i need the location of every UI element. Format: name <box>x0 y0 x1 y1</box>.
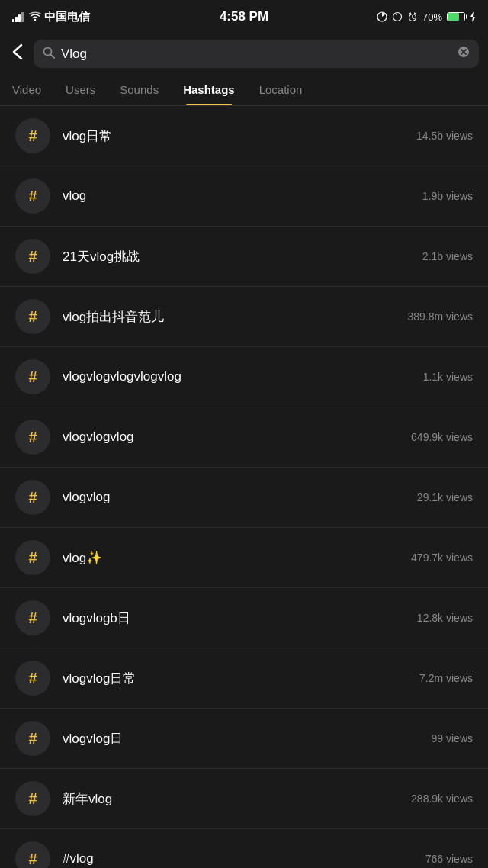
hashtag-info: #vlog <box>63 851 413 866</box>
hashtag-list: #vlog日常14.5b views#vlog1.9b views#21天vlo… <box>0 106 488 868</box>
hashtag-icon-circle: # <box>15 661 50 696</box>
rotate-icon <box>392 11 403 22</box>
hashtag-item[interactable]: #vlog拍出抖音范儿389.8m views <box>0 287 488 347</box>
hashtag-name: vlogvlog日 <box>63 731 123 746</box>
hashtag-symbol: # <box>28 549 37 567</box>
hashtag-info: vlogvlogvlogvlogvlog <box>63 369 411 384</box>
hashtag-symbol: # <box>28 308 37 326</box>
hashtag-icon-circle: # <box>15 540 50 575</box>
hashtag-item[interactable]: #21天vlog挑战2.1b views <box>0 227 488 287</box>
hashtag-info: vlog日常 <box>63 127 404 145</box>
hashtag-icon-circle: # <box>15 480 50 515</box>
hashtag-name: vlogvlogvlog <box>63 429 134 444</box>
hashtag-icon-circle: # <box>15 781 50 816</box>
hashtag-views: 389.8m views <box>407 310 473 323</box>
hashtag-views: 766 views <box>425 853 473 865</box>
search-tabs: Video Users Sounds Hashtags Location <box>0 74 488 106</box>
hashtag-info: vlogvlog <box>63 490 405 505</box>
charging-icon <box>470 11 476 22</box>
hashtag-item[interactable]: #vlog1.9b views <box>0 166 488 227</box>
hashtag-item[interactable]: #vlogvlog日99 views <box>0 709 488 769</box>
search-input-container[interactable]: Vlog <box>34 40 479 68</box>
signal-icon <box>12 11 26 22</box>
hashtag-info: 新年vlog <box>63 790 399 808</box>
hashtag-symbol: # <box>28 489 37 506</box>
hashtag-item[interactable]: #vlogvlogb日12.8k views <box>0 588 488 648</box>
hashtag-name: 21天vlog挑战 <box>63 249 140 264</box>
hashtag-item[interactable]: #vlog日常14.5b views <box>0 106 488 166</box>
hashtag-info: vlog✨ <box>63 550 399 566</box>
svg-rect-3 <box>21 12 24 22</box>
hashtag-info: vlogvlogb日 <box>63 609 405 627</box>
battery-icon <box>447 12 465 21</box>
tab-location[interactable]: Location <box>247 74 315 105</box>
search-icon <box>43 47 55 62</box>
alarm-icon <box>407 11 418 22</box>
search-bar: Vlog <box>0 34 488 74</box>
hashtag-name: vlogvlog <box>63 490 110 504</box>
svg-rect-1 <box>15 17 18 22</box>
hashtag-symbol: # <box>28 368 37 386</box>
hashtag-name: vlogvlog日常 <box>63 671 136 686</box>
hashtag-item[interactable]: #vlogvlogvlog649.9k views <box>0 407 488 468</box>
hashtag-info: vlogvlogvlog <box>63 429 399 445</box>
hashtag-views: 649.9k views <box>411 431 473 443</box>
search-query: Vlog <box>61 47 451 62</box>
hashtag-name: vlogvlogvlogvlogvlog <box>63 369 181 384</box>
hashtag-name: 新年vlog <box>63 792 112 806</box>
hashtag-views: 12.8k views <box>417 612 473 624</box>
hashtag-name: vlog日常 <box>63 129 112 143</box>
hashtag-item[interactable]: #vlogvlog日常7.2m views <box>0 648 488 709</box>
hashtag-icon-circle: # <box>15 118 50 153</box>
battery-percent: 70% <box>422 11 442 23</box>
hashtag-item[interactable]: #vlog✨479.7k views <box>0 528 488 588</box>
hashtag-views: 1.1k views <box>423 371 473 383</box>
hashtag-views: 99 views <box>432 732 473 744</box>
status-right: 70% <box>377 11 476 23</box>
tab-users[interactable]: Users <box>53 74 108 105</box>
svg-line-9 <box>409 13 410 14</box>
hashtag-icon-circle: # <box>15 420 50 455</box>
hashtag-item[interactable]: #新年vlog288.9k views <box>0 769 488 829</box>
hashtag-name: vlog <box>63 188 86 203</box>
hashtag-item[interactable]: ##vlog766 views <box>0 829 488 868</box>
back-button[interactable] <box>9 40 26 68</box>
hashtag-views: 7.2m views <box>419 672 473 684</box>
hashtag-item[interactable]: #vlogvlogvlogvlogvlog1.1k views <box>0 347 488 407</box>
wifi-icon <box>29 11 41 22</box>
svg-line-10 <box>414 13 416 14</box>
hashtag-symbol: # <box>28 188 37 205</box>
status-left: 中国电信 <box>12 10 90 24</box>
hashtag-symbol: # <box>28 127 37 145</box>
hashtag-symbol: # <box>28 248 37 265</box>
hashtag-name: vlog拍出抖音范儿 <box>63 310 164 324</box>
tab-hashtags[interactable]: Hashtags <box>171 74 247 105</box>
hashtag-icon-circle: # <box>15 600 50 635</box>
hashtag-symbol: # <box>28 429 37 446</box>
hashtag-name: vlog✨ <box>63 551 102 565</box>
hashtag-symbol: # <box>28 850 37 868</box>
tab-sounds[interactable]: Sounds <box>108 74 171 105</box>
hashtag-views: 29.1k views <box>417 491 473 503</box>
hashtag-info: vlogvlog日 <box>63 730 419 747</box>
hashtag-icon-circle: # <box>15 721 50 756</box>
status-bar: 中国电信 4:58 PM 70% <box>0 0 488 34</box>
tab-video[interactable]: Video <box>0 74 53 105</box>
svg-line-12 <box>51 54 55 58</box>
hashtag-info: vlog拍出抖音范儿 <box>63 308 395 326</box>
hashtag-info: vlogvlog日常 <box>63 670 407 687</box>
hashtag-name: vlogvlogb日 <box>63 611 130 625</box>
hashtag-icon-circle: # <box>15 359 50 394</box>
hashtag-item[interactable]: #vlogvlog29.1k views <box>0 468 488 528</box>
hashtag-views: 1.9b views <box>422 190 473 202</box>
hashtag-icon-circle: # <box>15 178 50 214</box>
hashtag-icon-circle: # <box>15 239 50 274</box>
hashtag-symbol: # <box>28 670 37 687</box>
hashtag-views: 479.7k views <box>411 551 473 564</box>
hashtag-views: 14.5b views <box>416 130 473 142</box>
svg-rect-0 <box>12 19 14 22</box>
hashtag-symbol: # <box>28 609 37 627</box>
clear-search-button[interactable] <box>458 46 470 62</box>
hashtag-symbol: # <box>28 730 37 747</box>
svg-line-8 <box>413 18 414 19</box>
